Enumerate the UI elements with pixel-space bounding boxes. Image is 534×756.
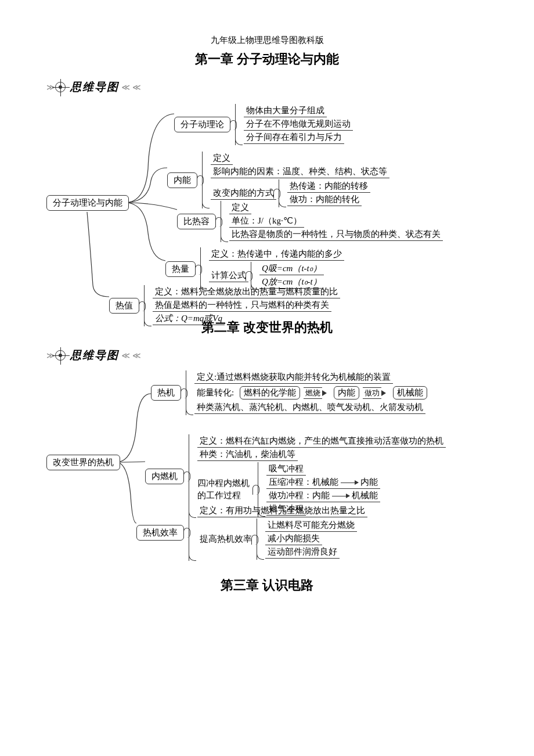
map2-branch-heat-engine: 热机 定义:通过燃料燃烧获取内能并转化为机械能的装置 能量转化: 燃料的化学能 … (151, 370, 427, 415)
target-icon (55, 82, 66, 92)
map1-branch-heat: 热量 定义：热传递中，传递内能的多少 计算公式 Q吸=cm（t-t₀） Q放=c… (165, 247, 344, 291)
mindmap-1: 分子动理论与内能 分子动理论 物体由大量分子组成 分子在不停地做无规则运动 分子… (46, 99, 499, 314)
arrow-icon (341, 483, 358, 483)
flow-node: 燃料的化学能 (240, 386, 300, 399)
mindmap-label-2: ≫ 思维导图 ≫ ≪ (46, 348, 534, 363)
leaf: 压缩冲程：机械能内能 (266, 477, 380, 489)
leaf: 吸气冲程 (266, 463, 306, 476)
mindmap-label-text: 思维导图 (70, 80, 119, 95)
node-heat-engine: 热机 (151, 385, 181, 401)
map1-root: 分子动理论与内能 (46, 195, 129, 211)
arrow-icon (332, 496, 349, 496)
leaf: 定义：燃料在汽缸内燃烧，产生的燃气直接推动活塞做功的热机 (197, 435, 446, 448)
target-icon (55, 350, 66, 361)
leaf: 定义：有用功与燃料完全燃烧放出热量之比 (197, 505, 367, 517)
mindmap-label-text: 思维导图 (70, 348, 119, 363)
map2-root: 改变世界的热机 (46, 455, 120, 470)
leaf: 减小内能损失 (265, 533, 322, 545)
map1-branch-calorific-value: 热值 定义：燃料完全燃烧放出的热量与燃料质量的比 热值是燃料的一种特性，只与燃料… (109, 285, 340, 326)
node-molecular-theory: 分子动理论 (174, 117, 230, 132)
label: 四冲程内燃机的工作过程 (197, 477, 255, 502)
leaf: 影响内能的因素：温度、种类、结构、状态等 (211, 166, 389, 178)
leaf: 种类蒸汽机、蒸汽轮机、内燃机、喷气发动机、火箭发动机 (194, 402, 425, 414)
leaf: 定义 (229, 202, 251, 214)
node-internal-combustion: 内燃机 (145, 469, 184, 484)
leaf: 计算公式 (209, 270, 248, 282)
leaf: 让燃料尽可能充分燃烧 (265, 520, 357, 532)
leaf: 定义：热传递中，传递内能的多少 (209, 249, 344, 261)
node-internal-energy: 内能 (167, 172, 197, 188)
leaf: 物体由大量分子组成 (244, 105, 327, 117)
leaf: 改变内能的方式 (211, 188, 276, 200)
leaf: 分子间存在着引力与斥力 (244, 132, 344, 144)
label: 提高热机效率 (197, 534, 254, 545)
node-specific-heat: 比热容 (177, 214, 216, 229)
chapter1-title: 第一章 分子动理论与内能 (0, 51, 534, 68)
leaf: 热值是燃料的一种特性，只与燃料的种类有关 (153, 300, 331, 312)
leaf: 运动部件润滑良好 (265, 546, 340, 559)
map1-branch-molecular-theory: 分子动理论 物体由大量分子组成 分子在不停地做无规则运动 分子间存在着引力与斥力 (174, 104, 353, 145)
map1-branch-specific-heat: 比热容 定义 单位：J/（kg·℃） 比热容是物质的一种特性，只与物质的种类、状… (177, 201, 443, 242)
leaf: 热传递：内能的转移 (287, 181, 370, 193)
leaf: 单位：J/（kg·℃） (229, 215, 304, 228)
map1-branch-internal-energy: 内能 定义 影响内能的因素：温度、种类、结构、状态等 改变内能的方式 热传递：内… (167, 152, 389, 208)
leaf: 定义：燃料完全燃烧放出的热量与燃料质量的比 (153, 286, 340, 298)
map2-branch-efficiency: 热机效率 定义：有用功与燃料完全燃烧放出热量之比 提高热机效率 让燃料尽可能充分… (136, 504, 367, 561)
leaf: 分子在不停地做无规则运动 (244, 118, 353, 131)
label: 能量转化: (194, 387, 236, 399)
leaf: 比热容是物质的一种特性，只与物质的种类、状态有关 (229, 229, 443, 241)
leaf: 定义 (211, 153, 233, 165)
flow-node: 机械能 (393, 386, 427, 399)
leaf-formula: 公式：Q=mq或Vq (153, 313, 225, 325)
page-header: 九年级上物理思维导图教科版 (0, 35, 534, 46)
mindmap-label-1: ≫ 思维导图 ≫ ≪ (46, 80, 534, 95)
leaf: 做功冲程：内能机械能 (266, 490, 380, 502)
flow-arrow-label: 做功 (363, 387, 381, 399)
node-heat: 热量 (165, 261, 196, 277)
chapter3-title: 第三章 认识电路 (0, 577, 534, 594)
leaf: 定义:通过燃料燃烧获取内能并转化为机械能的装置 (194, 372, 393, 384)
flow-node: 内能 (334, 386, 359, 399)
flow-arrow-label: 燃烧 (304, 387, 322, 399)
node-calorific-value: 热值 (109, 298, 139, 314)
leaf: 种类：汽油机，柴油机等 (197, 449, 298, 461)
mindmap-2: 改变世界的热机 热机 定义:通过燃料燃烧获取内能并转化为机械能的装置 能量转化:… (46, 368, 499, 559)
leaf-formula: Q吸=cm（t-t₀） (259, 263, 324, 275)
node-efficiency: 热机效率 (136, 525, 184, 541)
